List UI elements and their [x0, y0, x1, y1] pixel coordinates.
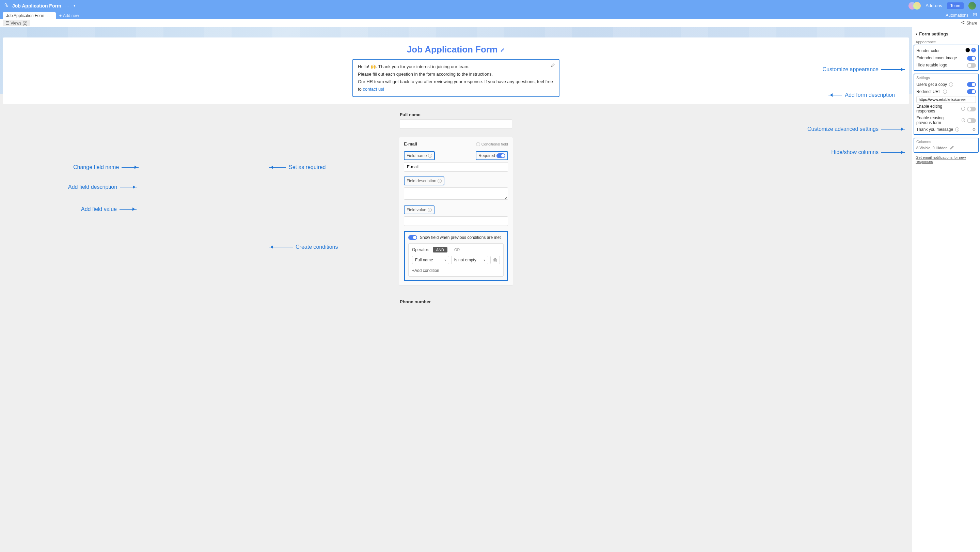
tab-label: Job Application Form	[6, 13, 44, 18]
appearance-section-title: Appearance	[912, 38, 980, 45]
required-toggle[interactable]	[496, 153, 505, 158]
form-settings-sidebar: › Form settings Appearance Header color …	[912, 27, 980, 552]
enable-edit-label: Enable editing responses	[916, 104, 959, 113]
info-icon[interactable]: i	[962, 118, 965, 122]
enable-edit-toggle[interactable]	[967, 107, 976, 112]
condition-operator-select[interactable]: is not empty▾	[451, 256, 488, 264]
field-description-label-box: Field description i	[404, 177, 444, 185]
edit-columns-icon[interactable]	[950, 145, 955, 151]
desc-line-3: Our HR team will get back to you after r…	[358, 78, 554, 93]
conditions-toggle[interactable]	[408, 235, 417, 240]
title-menu-icon[interactable]: ···	[64, 3, 70, 8]
full-name-input[interactable]	[400, 119, 512, 129]
add-new-tab[interactable]: + Add new	[59, 13, 79, 18]
field-value-label-box: Field value i	[404, 206, 434, 214]
svg-point-4	[963, 21, 964, 21]
chevron-right-icon: ›	[916, 31, 917, 37]
svg-point-1	[6, 5, 8, 7]
callout-hide-show-columns: Hide/show columns	[831, 149, 905, 155]
extended-cover-label: Extended cover image	[916, 56, 957, 60]
info-icon[interactable]: i	[428, 208, 432, 212]
required-toggle-box: Required	[476, 151, 508, 160]
project-tab-bar: Job Application Form ··· + Add new Autom…	[0, 11, 980, 19]
workspace-icon	[4, 3, 9, 8]
callout-add-field-desc: Add field description	[68, 184, 137, 190]
header-color-label: Header color	[916, 48, 940, 53]
enable-reuse-toggle[interactable]	[967, 118, 976, 123]
form-canvas: Job Application Form Hello! 🙌. Thank you…	[0, 27, 912, 552]
users-copy-toggle[interactable]	[967, 82, 976, 87]
operator-and-button[interactable]: AND	[433, 247, 447, 252]
email-notifications-link[interactable]: Get email notifications for new response…	[912, 155, 980, 164]
condition-field-select[interactable]: Full name▾	[412, 256, 449, 264]
share-icon	[960, 20, 965, 26]
operator-or-button[interactable]: OR	[451, 247, 463, 252]
project-tab-active[interactable]: Job Application Form ···	[3, 12, 56, 19]
hide-logo-label: Hide retable logo	[916, 63, 947, 67]
hide-logo-toggle[interactable]	[967, 63, 976, 68]
views-label: Views (2)	[11, 21, 28, 26]
field-phone[interactable]: Phone number	[400, 299, 512, 304]
user-avatar[interactable]	[969, 2, 976, 10]
operator-label: Operator:	[412, 247, 430, 252]
callout-customize-appearance: Customize appearance	[822, 67, 905, 73]
redirect-url-label: Redirect URL	[916, 89, 941, 94]
views-button[interactable]: ☰ Views (2)	[3, 20, 30, 26]
team-badge[interactable]: Team	[947, 2, 964, 9]
redirect-url-toggle[interactable]	[967, 89, 976, 94]
plus-icon: +	[59, 13, 62, 18]
chevron-down-icon: ▾	[484, 258, 485, 262]
edit-description-icon[interactable]	[550, 62, 555, 70]
info-icon[interactable]: i	[438, 179, 442, 183]
redirect-url-input[interactable]	[916, 96, 976, 103]
form-description-box[interactable]: Hello! 🙌. Thank you for your interest in…	[352, 59, 560, 97]
field-value-input[interactable]	[404, 216, 508, 226]
automations-icon[interactable]	[972, 12, 977, 18]
conditions-toggle-label: Show field when previous conditions are …	[420, 235, 501, 240]
conditions-block: Show field when previous conditions are …	[404, 231, 508, 281]
automations-link[interactable]: Automations	[946, 13, 969, 18]
callout-add-form-desc: Add form description	[829, 92, 895, 98]
callout-customize-settings: Customize advanced settings	[807, 126, 905, 132]
columns-section-title: Columns	[916, 140, 976, 145]
add-condition-button[interactable]: +Add condition	[412, 268, 500, 273]
enable-reuse-label: Enable reusing previous form	[916, 115, 959, 125]
desc-line-2: Please fill out each question in the for…	[358, 70, 554, 78]
edit-title-icon[interactable]	[500, 44, 505, 55]
info-icon[interactable]: i	[955, 128, 959, 131]
thank-you-settings-button[interactable]: ⚙	[972, 127, 976, 132]
users-copy-label: Users get a copy	[916, 82, 947, 87]
columns-group: Columns 8 Visible, 0 Hidden	[913, 138, 978, 153]
page-title: Job Application Form	[12, 3, 61, 8]
form-header-card: Job Application Form Hello! 🙌. Thank you…	[3, 37, 909, 104]
svg-point-5	[963, 23, 964, 24]
info-icon[interactable]: i	[961, 107, 965, 111]
add-new-label: Add new	[63, 13, 79, 18]
extended-cover-toggle[interactable]	[967, 56, 976, 61]
desc-line-1: Hello! 🙌. Thank you for your interest in…	[358, 63, 554, 70]
delete-condition-button[interactable]	[490, 256, 500, 264]
color-option-black[interactable]	[966, 48, 970, 53]
addons-link[interactable]: Add-ons	[926, 3, 942, 8]
svg-point-3	[961, 22, 962, 23]
field-editor-panel: E-mail i Conditional field Field name i …	[399, 137, 513, 286]
info-icon[interactable]: i	[428, 154, 432, 158]
views-toolbar: ☰ Views (2) Share	[0, 19, 980, 27]
share-button[interactable]: Share	[960, 20, 977, 26]
callout-change-field-name: Change field name	[73, 164, 138, 171]
info-icon[interactable]: i	[949, 83, 953, 86]
appearance-group: Header color Extended cover image Hide r…	[913, 45, 978, 71]
chevron-down-icon[interactable]: ▾	[73, 3, 76, 8]
collaborator-avatars[interactable]	[908, 2, 921, 10]
info-icon[interactable]: i	[943, 89, 947, 94]
conditional-field-indicator: i Conditional field	[476, 142, 508, 146]
sidebar-header[interactable]: › Form settings	[912, 30, 980, 38]
field-description-input[interactable]	[404, 187, 508, 200]
contact-link[interactable]: contact us!	[363, 86, 384, 92]
field-full-name[interactable]: Full name	[400, 112, 512, 129]
field-name-input[interactable]	[404, 162, 508, 172]
form-title-text[interactable]: Job Application Form	[407, 44, 498, 55]
color-option-blue[interactable]	[971, 48, 976, 53]
field-label-phone: Phone number	[400, 299, 512, 304]
tab-menu-icon[interactable]: ···	[47, 13, 52, 18]
